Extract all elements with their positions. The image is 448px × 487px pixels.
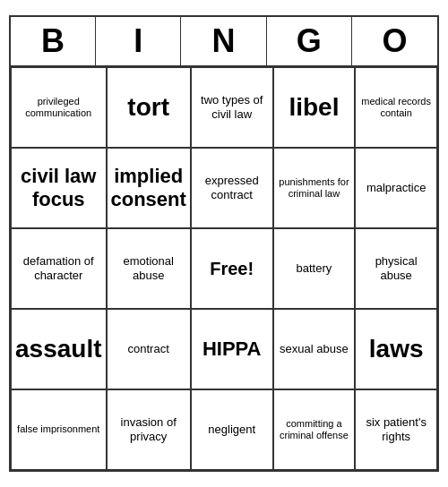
bingo-cell-10[interactable]: defamation of character — [11, 228, 107, 309]
bingo-header: B I N G O — [11, 17, 437, 67]
bingo-cell-19[interactable]: laws — [355, 309, 437, 389]
bingo-cell-15[interactable]: assault — [11, 309, 107, 389]
bingo-cell-16[interactable]: contract — [107, 309, 191, 389]
bingo-cell-20[interactable]: false imprisonment — [11, 389, 107, 470]
bingo-cell-24[interactable]: six patient's rights — [355, 389, 437, 470]
bingo-cell-0[interactable]: privileged communication — [11, 67, 107, 148]
bingo-cell-9[interactable]: malpractice — [355, 148, 437, 228]
bingo-cell-11[interactable]: emotional abuse — [107, 228, 191, 309]
bingo-cell-13[interactable]: battery — [273, 228, 356, 309]
bingo-grid: privileged communicationtorttwo types of… — [11, 67, 437, 470]
bingo-cell-21[interactable]: invasion of privacy — [107, 389, 191, 470]
bingo-cell-6[interactable]: implied consent — [107, 148, 191, 228]
bingo-cell-7[interactable]: expressed contract — [191, 148, 273, 228]
bingo-cell-23[interactable]: committing a criminal offense — [273, 389, 356, 470]
bingo-cell-22[interactable]: negligent — [191, 389, 273, 470]
bingo-cell-4[interactable]: medical records contain — [355, 67, 437, 148]
header-g: G — [267, 17, 352, 65]
bingo-cell-3[interactable]: libel — [273, 67, 356, 148]
bingo-card: B I N G O privileged communicationtorttw… — [9, 15, 439, 472]
header-i: I — [96, 17, 181, 65]
bingo-cell-17[interactable]: HIPPA — [191, 309, 273, 389]
header-n: N — [181, 17, 266, 65]
bingo-cell-8[interactable]: punishments for criminal law — [273, 148, 356, 228]
header-b: B — [11, 17, 96, 65]
header-o: O — [352, 17, 437, 65]
bingo-cell-1[interactable]: tort — [107, 67, 191, 148]
bingo-cell-2[interactable]: two types of civil law — [191, 67, 273, 148]
bingo-cell-5[interactable]: civil law focus — [11, 148, 107, 228]
bingo-cell-14[interactable]: physical abuse — [355, 228, 437, 309]
bingo-cell-18[interactable]: sexual abuse — [273, 309, 356, 389]
bingo-cell-12[interactable]: Free! — [191, 228, 273, 309]
